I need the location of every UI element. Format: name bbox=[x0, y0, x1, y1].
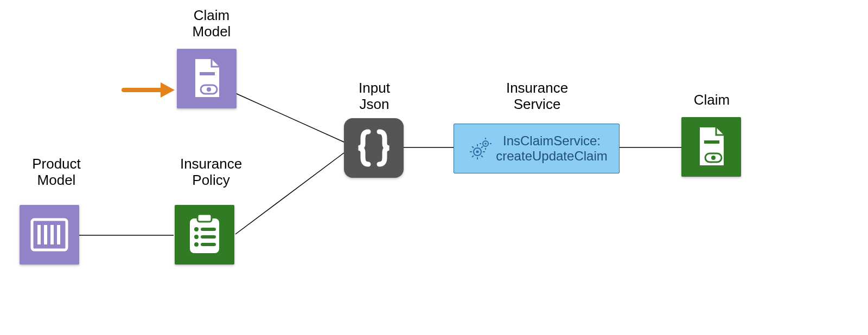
claim-label: Claim bbox=[679, 92, 744, 108]
service-method-text: InsClaimService: createUpdateClaim bbox=[496, 133, 607, 163]
product-model-label: Product Model bbox=[13, 156, 100, 189]
svg-rect-14 bbox=[57, 225, 60, 244]
insurance-service-label: Insurance Service bbox=[472, 80, 602, 113]
svg-rect-11 bbox=[37, 225, 41, 244]
product-model-tile bbox=[20, 205, 79, 265]
svg-rect-10 bbox=[32, 220, 67, 250]
insurance-policy-tile bbox=[175, 205, 234, 265]
claim-model-label: Claim Model bbox=[168, 8, 255, 40]
svg-rect-7 bbox=[200, 72, 215, 75]
svg-rect-12 bbox=[44, 225, 47, 244]
clipboard-list-icon bbox=[186, 213, 224, 256]
bill-document-icon bbox=[188, 58, 226, 99]
svg-marker-6 bbox=[161, 82, 175, 98]
svg-rect-19 bbox=[201, 228, 216, 231]
svg-line-31 bbox=[481, 146, 483, 148]
insurance-service-box: InsClaimService: createUpdateClaim bbox=[454, 124, 620, 173]
svg-line-33 bbox=[481, 156, 483, 157]
svg-point-9 bbox=[207, 87, 211, 92]
svg-rect-21 bbox=[201, 235, 216, 239]
barcode-icon bbox=[30, 215, 69, 254]
svg-line-0 bbox=[235, 93, 344, 142]
claim-tile bbox=[681, 117, 741, 177]
svg-rect-16 bbox=[197, 214, 212, 222]
svg-line-32 bbox=[472, 156, 474, 157]
svg-rect-13 bbox=[50, 225, 54, 244]
bill-document-icon bbox=[692, 126, 730, 168]
braces-icon bbox=[352, 126, 395, 170]
svg-point-18 bbox=[194, 227, 199, 231]
svg-line-30 bbox=[472, 146, 474, 148]
gears-icon bbox=[470, 138, 492, 159]
pointer-arrow bbox=[124, 82, 175, 98]
svg-rect-23 bbox=[201, 243, 216, 246]
svg-rect-40 bbox=[704, 140, 719, 144]
input-json-label: Input Json bbox=[336, 80, 412, 113]
svg-point-42 bbox=[711, 156, 716, 160]
svg-point-20 bbox=[194, 235, 199, 239]
insurance-policy-label: Insurance Policy bbox=[159, 156, 263, 189]
svg-point-35 bbox=[484, 143, 487, 145]
svg-point-22 bbox=[194, 242, 199, 247]
input-json-tile bbox=[344, 118, 404, 178]
svg-point-25 bbox=[476, 151, 479, 153]
claim-model-tile bbox=[177, 49, 237, 108]
